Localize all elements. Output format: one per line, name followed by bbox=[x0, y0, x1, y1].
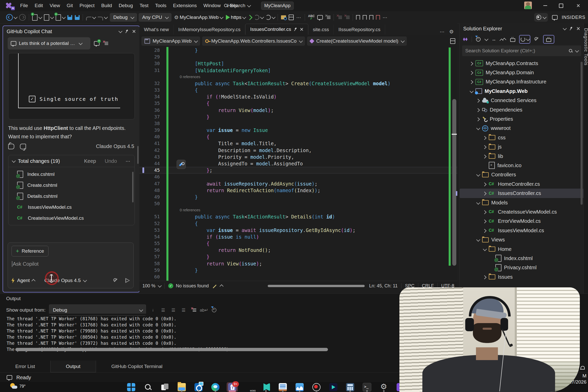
search-menu[interactable]: Search bbox=[224, 0, 250, 11]
tree-chevron[interactable] bbox=[476, 97, 480, 103]
tab-iissuerepository-cs[interactable]: IIssueRepository.cs bbox=[334, 24, 385, 35]
tree-chevron[interactable] bbox=[483, 274, 486, 280]
files-scrollbar[interactable] bbox=[132, 172, 133, 202]
output-log[interactable]: The thread '.NET TP Worker' (81768) has … bbox=[7, 316, 231, 352]
menu-extensions[interactable]: Extensions bbox=[170, 3, 200, 8]
inline-edit-icon[interactable] bbox=[177, 160, 186, 169]
code-line[interactable]: 28 } bbox=[139, 47, 457, 54]
code-line[interactable]: 58 return View(issue); bbox=[139, 260, 457, 267]
start-debugging-button[interactable]: https bbox=[226, 14, 245, 21]
find-in-files-button[interactable] bbox=[281, 14, 286, 21]
tree-item-lib[interactable]: lib bbox=[460, 152, 584, 161]
tree-chevron[interactable] bbox=[483, 209, 486, 215]
code-line[interactable]: 35 { bbox=[139, 100, 457, 107]
taskbar-search[interactable] bbox=[142, 382, 154, 392]
preview-selected-icon[interactable] bbox=[510, 36, 516, 42]
tree-item-createissueviewmodel-cs[interactable]: C#CreateIssueViewModel.cs bbox=[460, 207, 584, 216]
undo-button[interactable]: Undo bbox=[105, 158, 117, 164]
pin-icon[interactable] bbox=[569, 27, 573, 30]
feedback-icon[interactable] bbox=[552, 15, 558, 20]
next-bookmark-button[interactable] bbox=[369, 14, 373, 21]
tab-inmemoryissuerepository-cs[interactable]: InMemoryIssueRepository.cs bbox=[174, 24, 246, 35]
chevron-down-icon[interactable] bbox=[12, 159, 16, 163]
tree-chevron[interactable] bbox=[483, 181, 486, 187]
code-line[interactable]: 38 bbox=[139, 120, 457, 127]
changed-file-item[interactable]: Index.cshtml bbox=[8, 169, 134, 180]
thumbs-down-icon[interactable] bbox=[20, 144, 26, 149]
platform-dropdown[interactable]: Any CPU bbox=[139, 13, 172, 22]
tree-item-issuesviewmodel-cs[interactable]: C#IssuesViewModel.cs bbox=[460, 226, 584, 235]
tree-chevron[interactable] bbox=[483, 246, 486, 252]
thumbs-up-icon[interactable] bbox=[8, 144, 14, 149]
tree-item-models[interactable]: Models bbox=[460, 198, 584, 207]
new-file-button[interactable] bbox=[32, 14, 41, 21]
diagnostic-tools-tab[interactable]: Diagnostic Tools bbox=[583, 23, 588, 293]
mode-dropdown[interactable]: Agent bbox=[17, 278, 30, 283]
clear-chat-icon[interactable] bbox=[103, 41, 108, 45]
tree-item-errorviewmodel-cs[interactable]: C#ErrorViewModel.cs bbox=[460, 217, 584, 226]
previous-bookmark-button[interactable] bbox=[363, 14, 367, 21]
decrease-indent-button[interactable] bbox=[337, 14, 342, 21]
chevron-down-icon[interactable] bbox=[563, 26, 567, 30]
tree-chevron[interactable] bbox=[476, 116, 480, 122]
code-editor[interactable]: 28 }2930 [HttpPost]31 [ValidateAntiForge… bbox=[139, 47, 457, 281]
tree-chevron[interactable] bbox=[483, 190, 486, 196]
zoom-dropdown[interactable]: 100 % bbox=[142, 283, 161, 289]
taskbar-vscode[interactable] bbox=[260, 382, 272, 392]
tree-chevron[interactable] bbox=[470, 88, 473, 94]
menu-tools[interactable]: Tools bbox=[152, 3, 170, 8]
tree-chevron[interactable] bbox=[483, 153, 486, 159]
tree-item-home[interactable]: Home bbox=[460, 244, 584, 254]
increase-indent-button[interactable] bbox=[345, 14, 350, 21]
avatar[interactable] bbox=[524, 2, 532, 9]
menu-debug[interactable]: Debug bbox=[115, 3, 136, 8]
pin-icon[interactable] bbox=[125, 30, 129, 33]
taskbar-notepad[interactable] bbox=[277, 382, 288, 392]
configuration-dropdown[interactable]: Debug bbox=[110, 13, 137, 22]
changed-file-item[interactable]: C#IssuesViewModel.cs bbox=[8, 202, 134, 213]
save-all-button[interactable] bbox=[75, 14, 80, 21]
codelens-row[interactable]: 0 references bbox=[139, 207, 457, 213]
tree-chevron[interactable] bbox=[476, 125, 480, 131]
breadcrumb-method[interactable]: Create(CreateIssueViewModel model) bbox=[307, 36, 407, 46]
code-line[interactable]: 53 var issue = await issueRepository.Get… bbox=[139, 227, 457, 234]
taskbar-outlook[interactable] bbox=[193, 382, 204, 392]
thread-selector[interactable]: Lets think of a potential solution that.… bbox=[8, 37, 90, 50]
close-button[interactable] bbox=[571, 0, 585, 11]
hot-reload-button[interactable] bbox=[254, 14, 263, 21]
tree-chevron[interactable] bbox=[476, 237, 480, 243]
changed-file-item[interactable]: Create.cshtml bbox=[8, 180, 134, 191]
tree-chevron[interactable] bbox=[470, 79, 473, 85]
code-line[interactable]: 51 public async Task<IActionResult> Deta… bbox=[139, 213, 457, 220]
chevron-down-icon[interactable] bbox=[118, 29, 122, 33]
split-editor-icon[interactable] bbox=[450, 38, 455, 44]
code-line[interactable]: 50 bbox=[139, 200, 457, 207]
code-line[interactable]: 48 return RedirectToAction(nameof(Index)… bbox=[139, 187, 457, 194]
panel-tab-error-list[interactable]: Error List bbox=[0, 361, 50, 372]
code-line[interactable]: 29 bbox=[139, 54, 457, 60]
taskbar-settings[interactable] bbox=[378, 382, 389, 392]
word-wrap-icon[interactable]: ab↵ bbox=[201, 307, 207, 313]
code-line[interactable]: 30 [HttpPost] bbox=[139, 60, 457, 67]
close-icon[interactable] bbox=[577, 27, 580, 30]
sync-with-active-document-button[interactable] bbox=[519, 35, 530, 44]
code-line[interactable]: 31 [ValidateAntiForgeryToken] bbox=[139, 67, 457, 74]
copilot-scrollbar[interactable] bbox=[137, 146, 139, 164]
tree-item-css[interactable]: css bbox=[460, 133, 584, 142]
maximize-button[interactable] bbox=[554, 0, 568, 11]
code-line[interactable]: 42 Description = model.Description, bbox=[139, 147, 457, 154]
tree-item-mycleanapp-domain[interactable]: C#MyCleanApp.Domain bbox=[460, 68, 584, 77]
toolbar-overflow-button[interactable]: ⋯ bbox=[296, 14, 302, 21]
wrench-icon[interactable] bbox=[534, 36, 540, 42]
taskbar-teams[interactable]: 9+ bbox=[227, 382, 238, 392]
weather-widget[interactable]: 79° bbox=[10, 383, 26, 390]
pen-icon[interactable] bbox=[213, 285, 217, 288]
navigate-forward-button[interactable] bbox=[19, 14, 26, 21]
code-line[interactable]: 57 } bbox=[139, 253, 457, 260]
solution-search-input[interactable]: Search Solution Explorer (Ctrl+;) bbox=[462, 45, 581, 56]
menu-test[interactable]: Test bbox=[136, 3, 152, 8]
tree-item-mycleanapp-contracts[interactable]: C#MyCleanApp.Contracts bbox=[460, 59, 584, 68]
keep-button[interactable]: Keep bbox=[84, 158, 96, 164]
solutions-folders-icon[interactable] bbox=[462, 36, 468, 42]
issues-indicator[interactable]: ✓ No issues found bbox=[168, 283, 209, 289]
